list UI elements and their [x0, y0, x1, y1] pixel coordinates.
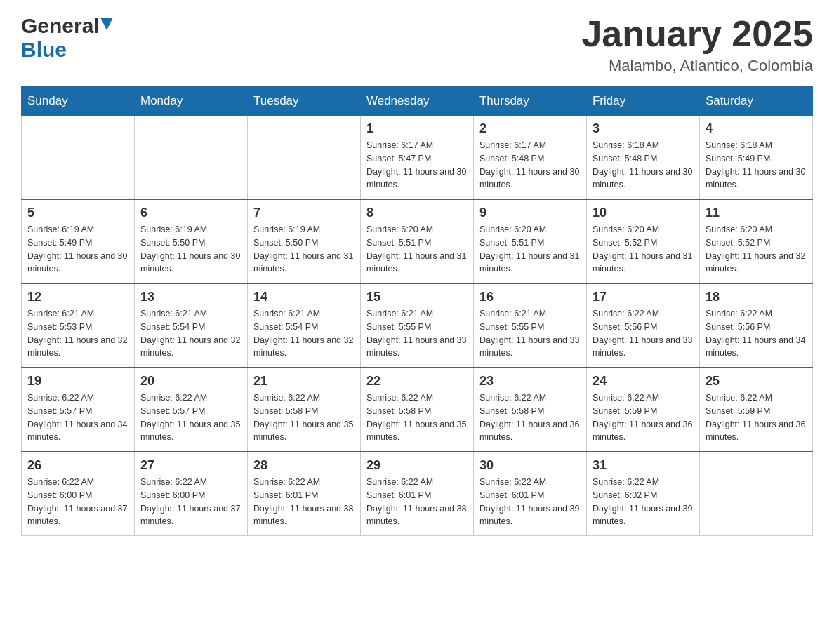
table-row: 25Sunrise: 6:22 AM Sunset: 5:59 PM Dayli… — [699, 368, 812, 452]
table-row: 1Sunrise: 6:17 AM Sunset: 5:47 PM Daylig… — [360, 116, 473, 200]
calendar-week-row: 26Sunrise: 6:22 AM Sunset: 6:00 PM Dayli… — [22, 452, 813, 536]
table-row: 28Sunrise: 6:22 AM Sunset: 6:01 PM Dayli… — [247, 452, 360, 536]
table-row: 26Sunrise: 6:22 AM Sunset: 6:00 PM Dayli… — [22, 452, 135, 536]
day-number: 23 — [479, 374, 581, 389]
table-row: 13Sunrise: 6:21 AM Sunset: 5:54 PM Dayli… — [134, 283, 247, 368]
table-row: 29Sunrise: 6:22 AM Sunset: 6:01 PM Dayli… — [360, 452, 473, 536]
col-sunday: Sunday — [22, 87, 135, 116]
calendar-week-row: 19Sunrise: 6:22 AM Sunset: 5:57 PM Dayli… — [22, 368, 813, 452]
table-row: 8Sunrise: 6:20 AM Sunset: 5:51 PM Daylig… — [360, 199, 473, 283]
day-number: 29 — [366, 458, 468, 473]
table-row: 15Sunrise: 6:21 AM Sunset: 5:55 PM Dayli… — [360, 283, 473, 368]
table-row: 11Sunrise: 6:20 AM Sunset: 5:52 PM Dayli… — [699, 199, 812, 283]
table-row: 27Sunrise: 6:22 AM Sunset: 6:00 PM Dayli… — [134, 452, 247, 536]
day-info: Sunrise: 6:22 AM Sunset: 5:59 PM Dayligh… — [706, 391, 807, 444]
table-row: 20Sunrise: 6:22 AM Sunset: 5:57 PM Dayli… — [134, 368, 247, 452]
day-number: 2 — [479, 121, 581, 136]
day-info: Sunrise: 6:22 AM Sunset: 6:01 PM Dayligh… — [253, 476, 355, 528]
table-row: 24Sunrise: 6:22 AM Sunset: 5:59 PM Dayli… — [586, 368, 699, 452]
location-title: Malambo, Atlantico, Colombia — [581, 57, 813, 75]
calendar-table: Sunday Monday Tuesday Wednesday Thursday… — [21, 86, 813, 536]
day-info: Sunrise: 6:21 AM Sunset: 5:54 PM Dayligh… — [140, 307, 241, 360]
day-number: 19 — [27, 374, 128, 389]
page-header: General Blue January 2025 Malambo, Atlan… — [21, 14, 813, 75]
day-number: 17 — [593, 290, 694, 304]
day-number: 6 — [140, 206, 241, 220]
table-row: 21Sunrise: 6:22 AM Sunset: 5:58 PM Dayli… — [247, 368, 360, 452]
table-row: 12Sunrise: 6:21 AM Sunset: 5:53 PM Dayli… — [22, 283, 135, 368]
day-number: 16 — [479, 290, 581, 304]
logo: General Blue — [21, 14, 114, 62]
day-number: 9 — [479, 206, 581, 220]
day-number: 31 — [593, 458, 694, 473]
table-row: 4Sunrise: 6:18 AM Sunset: 5:49 PM Daylig… — [699, 116, 812, 200]
col-friday: Friday — [586, 87, 699, 116]
day-info: Sunrise: 6:19 AM Sunset: 5:49 PM Dayligh… — [27, 223, 128, 276]
day-info: Sunrise: 6:22 AM Sunset: 6:01 PM Dayligh… — [479, 476, 581, 528]
table-row: 30Sunrise: 6:22 AM Sunset: 6:01 PM Dayli… — [473, 452, 586, 536]
table-row: 19Sunrise: 6:22 AM Sunset: 5:57 PM Dayli… — [22, 368, 135, 452]
day-info: Sunrise: 6:21 AM Sunset: 5:55 PM Dayligh… — [366, 307, 468, 360]
day-info: Sunrise: 6:22 AM Sunset: 6:01 PM Dayligh… — [366, 476, 468, 528]
day-number: 5 — [27, 206, 128, 220]
table-row: 31Sunrise: 6:22 AM Sunset: 6:02 PM Dayli… — [586, 452, 699, 536]
day-info: Sunrise: 6:22 AM Sunset: 6:00 PM Dayligh… — [140, 476, 241, 528]
col-monday: Monday — [134, 87, 247, 116]
day-info: Sunrise: 6:17 AM Sunset: 5:47 PM Dayligh… — [366, 139, 468, 192]
day-info: Sunrise: 6:18 AM Sunset: 5:48 PM Dayligh… — [593, 139, 694, 192]
col-thursday: Thursday — [473, 87, 586, 116]
table-row: 7Sunrise: 6:19 AM Sunset: 5:50 PM Daylig… — [247, 199, 360, 283]
day-number: 1 — [366, 121, 468, 136]
day-info: Sunrise: 6:19 AM Sunset: 5:50 PM Dayligh… — [140, 223, 241, 276]
table-row: 9Sunrise: 6:20 AM Sunset: 5:51 PM Daylig… — [473, 199, 586, 283]
table-row: 10Sunrise: 6:20 AM Sunset: 5:52 PM Dayli… — [586, 199, 699, 283]
table-row: 22Sunrise: 6:22 AM Sunset: 5:58 PM Dayli… — [360, 368, 473, 452]
table-row: 3Sunrise: 6:18 AM Sunset: 5:48 PM Daylig… — [586, 116, 699, 200]
day-info: Sunrise: 6:21 AM Sunset: 5:55 PM Dayligh… — [479, 307, 581, 360]
title-section: January 2025 Malambo, Atlantico, Colombi… — [581, 14, 813, 75]
table-row: 23Sunrise: 6:22 AM Sunset: 5:58 PM Dayli… — [473, 368, 586, 452]
month-title: January 2025 — [581, 14, 813, 54]
table-row: 14Sunrise: 6:21 AM Sunset: 5:54 PM Dayli… — [247, 283, 360, 368]
logo-general-text: General — [21, 14, 100, 38]
day-number: 25 — [706, 374, 807, 389]
day-number: 3 — [593, 121, 694, 136]
day-number: 8 — [366, 206, 468, 220]
day-number: 24 — [593, 374, 694, 389]
day-number: 13 — [140, 290, 241, 304]
calendar-week-row: 5Sunrise: 6:19 AM Sunset: 5:49 PM Daylig… — [22, 199, 813, 283]
day-number: 18 — [706, 290, 807, 304]
day-info: Sunrise: 6:18 AM Sunset: 5:49 PM Dayligh… — [706, 139, 807, 192]
day-number: 22 — [366, 374, 468, 389]
col-tuesday: Tuesday — [247, 87, 360, 116]
day-number: 28 — [253, 458, 355, 473]
table-row — [699, 452, 812, 536]
table-row: 17Sunrise: 6:22 AM Sunset: 5:56 PM Dayli… — [586, 283, 699, 368]
table-row: 16Sunrise: 6:21 AM Sunset: 5:55 PM Dayli… — [473, 283, 586, 368]
day-number: 14 — [253, 290, 355, 304]
svg-marker-0 — [100, 18, 113, 30]
day-info: Sunrise: 6:20 AM Sunset: 5:51 PM Dayligh… — [366, 223, 468, 276]
day-info: Sunrise: 6:19 AM Sunset: 5:50 PM Dayligh… — [253, 223, 355, 276]
day-info: Sunrise: 6:20 AM Sunset: 5:52 PM Dayligh… — [706, 223, 807, 276]
day-number: 30 — [479, 458, 581, 473]
table-row: 5Sunrise: 6:19 AM Sunset: 5:49 PM Daylig… — [22, 199, 135, 283]
day-info: Sunrise: 6:20 AM Sunset: 5:52 PM Dayligh… — [593, 223, 694, 276]
table-row — [247, 116, 360, 200]
day-number: 27 — [140, 458, 241, 473]
day-info: Sunrise: 6:20 AM Sunset: 5:51 PM Dayligh… — [479, 223, 581, 276]
day-info: Sunrise: 6:22 AM Sunset: 5:58 PM Dayligh… — [479, 391, 581, 444]
table-row: 18Sunrise: 6:22 AM Sunset: 5:56 PM Dayli… — [699, 283, 812, 368]
day-number: 12 — [27, 290, 128, 304]
day-number: 7 — [253, 206, 355, 220]
col-wednesday: Wednesday — [360, 87, 473, 116]
day-info: Sunrise: 6:22 AM Sunset: 6:00 PM Dayligh… — [27, 476, 128, 528]
table-row: 6Sunrise: 6:19 AM Sunset: 5:50 PM Daylig… — [134, 199, 247, 283]
day-info: Sunrise: 6:22 AM Sunset: 5:59 PM Dayligh… — [593, 391, 694, 444]
day-number: 21 — [253, 374, 355, 389]
table-row — [134, 116, 247, 200]
day-number: 4 — [706, 121, 807, 136]
logo-blue-text: Blue — [21, 38, 67, 61]
day-info: Sunrise: 6:21 AM Sunset: 5:53 PM Dayligh… — [27, 307, 128, 360]
day-info: Sunrise: 6:22 AM Sunset: 5:58 PM Dayligh… — [366, 391, 468, 444]
